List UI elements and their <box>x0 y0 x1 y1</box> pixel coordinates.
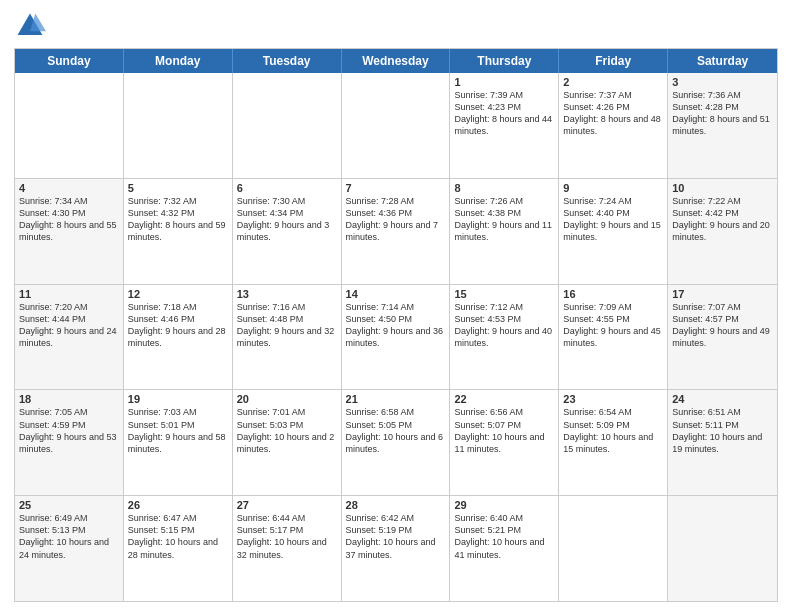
calendar-cell-26: 26Sunrise: 6:47 AM Sunset: 5:15 PM Dayli… <box>124 496 233 601</box>
cell-text: Sunrise: 7:07 AM Sunset: 4:57 PM Dayligh… <box>672 301 773 350</box>
calendar-cell-empty-0-1 <box>124 73 233 178</box>
calendar-cell-4: 4Sunrise: 7:34 AM Sunset: 4:30 PM Daylig… <box>15 179 124 284</box>
calendar-cell-13: 13Sunrise: 7:16 AM Sunset: 4:48 PM Dayli… <box>233 285 342 390</box>
calendar-cell-10: 10Sunrise: 7:22 AM Sunset: 4:42 PM Dayli… <box>668 179 777 284</box>
calendar-cell-21: 21Sunrise: 6:58 AM Sunset: 5:05 PM Dayli… <box>342 390 451 495</box>
day-number: 19 <box>128 393 228 405</box>
calendar-body: 1Sunrise: 7:39 AM Sunset: 4:23 PM Daylig… <box>15 73 777 601</box>
weekday-header-sunday: Sunday <box>15 49 124 73</box>
cell-text: Sunrise: 7:12 AM Sunset: 4:53 PM Dayligh… <box>454 301 554 350</box>
day-number: 3 <box>672 76 773 88</box>
day-number: 21 <box>346 393 446 405</box>
cell-text: Sunrise: 7:03 AM Sunset: 5:01 PM Dayligh… <box>128 406 228 455</box>
calendar-cell-28: 28Sunrise: 6:42 AM Sunset: 5:19 PM Dayli… <box>342 496 451 601</box>
day-number: 14 <box>346 288 446 300</box>
calendar-cell-18: 18Sunrise: 7:05 AM Sunset: 4:59 PM Dayli… <box>15 390 124 495</box>
cell-text: Sunrise: 6:56 AM Sunset: 5:07 PM Dayligh… <box>454 406 554 455</box>
cell-text: Sunrise: 6:42 AM Sunset: 5:19 PM Dayligh… <box>346 512 446 561</box>
cell-text: Sunrise: 7:26 AM Sunset: 4:38 PM Dayligh… <box>454 195 554 244</box>
calendar-cell-3: 3Sunrise: 7:36 AM Sunset: 4:28 PM Daylig… <box>668 73 777 178</box>
calendar-cell-9: 9Sunrise: 7:24 AM Sunset: 4:40 PM Daylig… <box>559 179 668 284</box>
calendar-row-3: 18Sunrise: 7:05 AM Sunset: 4:59 PM Dayli… <box>15 390 777 496</box>
cell-text: Sunrise: 7:36 AM Sunset: 4:28 PM Dayligh… <box>672 89 773 138</box>
cell-text: Sunrise: 7:01 AM Sunset: 5:03 PM Dayligh… <box>237 406 337 455</box>
cell-text: Sunrise: 7:18 AM Sunset: 4:46 PM Dayligh… <box>128 301 228 350</box>
calendar-cell-15: 15Sunrise: 7:12 AM Sunset: 4:53 PM Dayli… <box>450 285 559 390</box>
calendar-cell-29: 29Sunrise: 6:40 AM Sunset: 5:21 PM Dayli… <box>450 496 559 601</box>
day-number: 24 <box>672 393 773 405</box>
cell-text: Sunrise: 6:51 AM Sunset: 5:11 PM Dayligh… <box>672 406 773 455</box>
calendar-cell-27: 27Sunrise: 6:44 AM Sunset: 5:17 PM Dayli… <box>233 496 342 601</box>
calendar-cell-14: 14Sunrise: 7:14 AM Sunset: 4:50 PM Dayli… <box>342 285 451 390</box>
cell-text: Sunrise: 7:14 AM Sunset: 4:50 PM Dayligh… <box>346 301 446 350</box>
day-number: 11 <box>19 288 119 300</box>
day-number: 29 <box>454 499 554 511</box>
calendar-cell-5: 5Sunrise: 7:32 AM Sunset: 4:32 PM Daylig… <box>124 179 233 284</box>
day-number: 17 <box>672 288 773 300</box>
calendar-cell-16: 16Sunrise: 7:09 AM Sunset: 4:55 PM Dayli… <box>559 285 668 390</box>
calendar-cell-2: 2Sunrise: 7:37 AM Sunset: 4:26 PM Daylig… <box>559 73 668 178</box>
cell-text: Sunrise: 7:28 AM Sunset: 4:36 PM Dayligh… <box>346 195 446 244</box>
cell-text: Sunrise: 7:22 AM Sunset: 4:42 PM Dayligh… <box>672 195 773 244</box>
weekday-header-saturday: Saturday <box>668 49 777 73</box>
calendar-row-0: 1Sunrise: 7:39 AM Sunset: 4:23 PM Daylig… <box>15 73 777 179</box>
calendar-cell-22: 22Sunrise: 6:56 AM Sunset: 5:07 PM Dayli… <box>450 390 559 495</box>
cell-text: Sunrise: 6:47 AM Sunset: 5:15 PM Dayligh… <box>128 512 228 561</box>
cell-text: Sunrise: 7:34 AM Sunset: 4:30 PM Dayligh… <box>19 195 119 244</box>
calendar-cell-23: 23Sunrise: 6:54 AM Sunset: 5:09 PM Dayli… <box>559 390 668 495</box>
day-number: 18 <box>19 393 119 405</box>
day-number: 10 <box>672 182 773 194</box>
logo <box>14 10 50 42</box>
day-number: 7 <box>346 182 446 194</box>
page: SundayMondayTuesdayWednesdayThursdayFrid… <box>0 0 792 612</box>
cell-text: Sunrise: 7:32 AM Sunset: 4:32 PM Dayligh… <box>128 195 228 244</box>
calendar-cell-12: 12Sunrise: 7:18 AM Sunset: 4:46 PM Dayli… <box>124 285 233 390</box>
calendar-cell-empty-0-3 <box>342 73 451 178</box>
calendar-cell-20: 20Sunrise: 7:01 AM Sunset: 5:03 PM Dayli… <box>233 390 342 495</box>
calendar-cell-empty-4-5 <box>559 496 668 601</box>
cell-text: Sunrise: 6:54 AM Sunset: 5:09 PM Dayligh… <box>563 406 663 455</box>
weekday-header-thursday: Thursday <box>450 49 559 73</box>
day-number: 27 <box>237 499 337 511</box>
cell-text: Sunrise: 6:49 AM Sunset: 5:13 PM Dayligh… <box>19 512 119 561</box>
cell-text: Sunrise: 7:39 AM Sunset: 4:23 PM Dayligh… <box>454 89 554 138</box>
cell-text: Sunrise: 6:58 AM Sunset: 5:05 PM Dayligh… <box>346 406 446 455</box>
cell-text: Sunrise: 7:20 AM Sunset: 4:44 PM Dayligh… <box>19 301 119 350</box>
calendar-cell-24: 24Sunrise: 6:51 AM Sunset: 5:11 PM Dayli… <box>668 390 777 495</box>
logo-icon <box>14 10 46 42</box>
day-number: 22 <box>454 393 554 405</box>
calendar-cell-25: 25Sunrise: 6:49 AM Sunset: 5:13 PM Dayli… <box>15 496 124 601</box>
calendar-row-2: 11Sunrise: 7:20 AM Sunset: 4:44 PM Dayli… <box>15 285 777 391</box>
day-number: 28 <box>346 499 446 511</box>
header <box>14 10 778 42</box>
cell-text: Sunrise: 7:30 AM Sunset: 4:34 PM Dayligh… <box>237 195 337 244</box>
weekday-header-tuesday: Tuesday <box>233 49 342 73</box>
calendar-cell-8: 8Sunrise: 7:26 AM Sunset: 4:38 PM Daylig… <box>450 179 559 284</box>
day-number: 13 <box>237 288 337 300</box>
weekday-header-monday: Monday <box>124 49 233 73</box>
calendar-cell-empty-0-0 <box>15 73 124 178</box>
cell-text: Sunrise: 7:37 AM Sunset: 4:26 PM Dayligh… <box>563 89 663 138</box>
calendar-cell-empty-4-6 <box>668 496 777 601</box>
day-number: 5 <box>128 182 228 194</box>
cell-text: Sunrise: 6:40 AM Sunset: 5:21 PM Dayligh… <box>454 512 554 561</box>
day-number: 8 <box>454 182 554 194</box>
day-number: 1 <box>454 76 554 88</box>
calendar-cell-6: 6Sunrise: 7:30 AM Sunset: 4:34 PM Daylig… <box>233 179 342 284</box>
cell-text: Sunrise: 6:44 AM Sunset: 5:17 PM Dayligh… <box>237 512 337 561</box>
day-number: 26 <box>128 499 228 511</box>
cell-text: Sunrise: 7:16 AM Sunset: 4:48 PM Dayligh… <box>237 301 337 350</box>
calendar-header: SundayMondayTuesdayWednesdayThursdayFrid… <box>15 49 777 73</box>
cell-text: Sunrise: 7:24 AM Sunset: 4:40 PM Dayligh… <box>563 195 663 244</box>
calendar-cell-1: 1Sunrise: 7:39 AM Sunset: 4:23 PM Daylig… <box>450 73 559 178</box>
weekday-header-wednesday: Wednesday <box>342 49 451 73</box>
weekday-header-friday: Friday <box>559 49 668 73</box>
calendar-cell-17: 17Sunrise: 7:07 AM Sunset: 4:57 PM Dayli… <box>668 285 777 390</box>
calendar-cell-19: 19Sunrise: 7:03 AM Sunset: 5:01 PM Dayli… <box>124 390 233 495</box>
day-number: 23 <box>563 393 663 405</box>
day-number: 2 <box>563 76 663 88</box>
calendar-row-1: 4Sunrise: 7:34 AM Sunset: 4:30 PM Daylig… <box>15 179 777 285</box>
cell-text: Sunrise: 7:09 AM Sunset: 4:55 PM Dayligh… <box>563 301 663 350</box>
day-number: 9 <box>563 182 663 194</box>
calendar-cell-7: 7Sunrise: 7:28 AM Sunset: 4:36 PM Daylig… <box>342 179 451 284</box>
